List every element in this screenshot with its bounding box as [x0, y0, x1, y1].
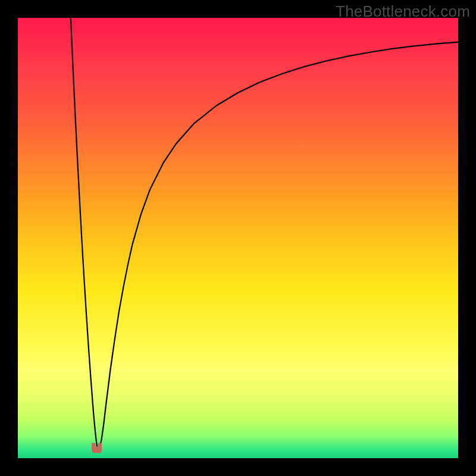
chart-frame: TheBottleneck.com: [0, 0, 476, 476]
gradient-background: [18, 18, 458, 458]
plot-area: [18, 18, 458, 458]
watermark-label: TheBottleneck.com: [336, 2, 470, 21]
chart-svg: [18, 18, 458, 458]
